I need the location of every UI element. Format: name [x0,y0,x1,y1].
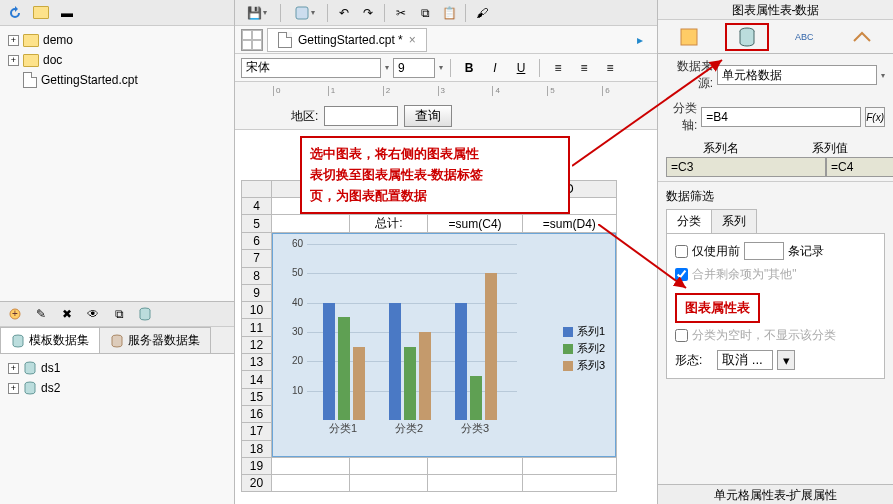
filter-tab-category[interactable]: 分类 [666,209,712,233]
ds-item-ds1[interactable]: +ds1 [4,358,230,378]
data-source-input[interactable] [717,65,877,85]
chart[interactable]: 102030405060分类1分类2分类3 系列1系列2系列3 [272,233,616,457]
rp-tab-data[interactable] [725,23,769,51]
row-header[interactable]: 14 [242,371,272,388]
param-input[interactable] [324,106,398,126]
expand-icon[interactable]: + [8,55,19,66]
align-right-btn[interactable]: ≡ [599,57,621,79]
category-axis-label: 分类轴: [666,100,697,134]
format-painter-btn[interactable]: 🖌 [471,2,493,24]
only-top-input[interactable] [744,242,784,260]
bottom-panel-title[interactable]: 单元格属性表-扩展属性 [658,484,893,504]
file-label: GettingStarted.cpt [41,73,138,87]
file-tree[interactable]: +demo +doc GettingStarted.cpt [0,26,234,301]
query-btn[interactable]: 查询 [404,105,452,127]
row-header[interactable]: 10 [242,302,272,319]
data-source-label: 数据来源: [666,58,713,92]
only-top-checkbox[interactable] [675,245,688,258]
ds-copy-btn[interactable]: ⧉ [108,303,130,325]
category-axis-input[interactable] [701,107,861,127]
redo-btn[interactable]: ↷ [357,2,379,24]
tree-file-gettingstarted[interactable]: GettingStarted.cpt [4,70,230,90]
fx-btn[interactable]: F(x) [865,107,885,127]
tree-folder-doc[interactable]: +doc [4,50,230,70]
file-icon [278,32,292,48]
dataset-list: +ds1 +ds2 [0,354,234,402]
save-btn[interactable]: 💾▾ [239,2,275,24]
view-toggle[interactable] [241,29,263,51]
row-header[interactable]: 7 [242,250,272,267]
tab-template-ds[interactable]: 模板数据集 [0,327,100,353]
chart-cell[interactable]: 102030405060分类1分类2分类3 系列1系列2系列3 [272,233,617,458]
ds-preview-btn[interactable]: 👁 [82,303,104,325]
tab-server-ds[interactable]: 服务器数据集 [99,327,211,353]
row-header[interactable]: 4 [242,198,272,215]
undo-btn[interactable]: ↶ [333,2,355,24]
series-value-input[interactable] [826,157,893,177]
overflow-btn[interactable]: ▸ [629,29,651,51]
dropdown-icon[interactable]: ▾ [439,63,443,72]
row-header[interactable]: 8 [242,267,272,284]
panel-title: 图表属性表-数据 [658,0,893,20]
row-header[interactable]: 13 [242,354,272,371]
cell[interactable]: 总计: [350,215,428,233]
filter-section-title: 数据筛选 [658,181,893,207]
ds-del-btn[interactable]: ✖ [56,303,78,325]
bar [338,317,350,420]
ds-db-btn[interactable] [134,303,156,325]
align-left-btn[interactable]: ≡ [547,57,569,79]
shape-dropdown-btn[interactable]: ▾ [777,350,795,370]
row-header[interactable]: 11 [242,319,272,336]
dropdown-icon[interactable]: ▾ [881,71,885,80]
row-header[interactable]: 18 [242,440,272,457]
rp-tab-special[interactable] [840,23,884,51]
filter-tab-series[interactable]: 系列 [711,209,757,233]
expand-icon[interactable]: + [8,35,19,46]
tab-label: 模板数据集 [29,332,89,349]
dropdown-icon[interactable]: ▾ [385,63,389,72]
ds-label: ds2 [41,381,60,395]
underline-btn[interactable]: U [510,57,532,79]
file-tab[interactable]: GettingStarted.cpt * × [267,28,427,52]
ds-edit-btn[interactable]: ✎ [30,303,52,325]
ds-add-btn[interactable]: + [4,303,26,325]
font-size-select[interactable] [393,58,435,78]
spreadsheet[interactable]: ABCD 4 5总计:=sum(C4)=sum(D4) 6 1020304050… [241,180,617,492]
refresh-btn[interactable] [4,2,26,24]
open-folder-btn[interactable] [30,2,52,24]
cut-btn[interactable]: ✂ [390,2,412,24]
tree-folder-demo[interactable]: +demo [4,30,230,50]
row-header[interactable]: 15 [242,388,272,405]
merge-other-checkbox[interactable] [675,268,688,281]
row-header[interactable]: 5 [242,215,272,233]
row-header[interactable]: 16 [242,405,272,422]
hide-empty-checkbox[interactable] [675,329,688,342]
expand-icon[interactable]: + [8,363,19,374]
collapse-btn[interactable]: ▬ [56,2,78,24]
italic-btn[interactable]: I [484,57,506,79]
row-header[interactable]: 20 [242,475,272,492]
rp-tab-style[interactable] [667,23,711,51]
row-header[interactable]: 17 [242,423,272,440]
cell[interactable]: =sum(C4) [428,215,522,233]
paste-btn[interactable]: 📋 [438,2,460,24]
cell[interactable]: =sum(D4) [522,215,616,233]
bold-btn[interactable]: B [458,57,480,79]
align-center-btn[interactable]: ≡ [573,57,595,79]
copy-btn[interactable]: ⧉ [414,2,436,24]
close-tab-btn[interactable]: × [409,33,416,47]
row-header[interactable]: 12 [242,336,272,353]
row-header[interactable]: 19 [242,458,272,475]
folder-label: demo [43,33,73,47]
shape-input[interactable] [717,350,773,370]
font-name-select[interactable] [241,58,381,78]
rp-tab-text[interactable]: ABC [782,23,826,51]
file-tab-label: GettingStarted.cpt * [298,33,403,47]
series-name-input[interactable] [666,157,826,177]
merge-other-label: 合并剩余项为"其他" [692,266,797,283]
preview-btn[interactable]: ▾ [286,2,322,24]
row-header[interactable]: 6 [242,233,272,250]
row-header[interactable]: 9 [242,284,272,301]
ds-item-ds2[interactable]: +ds2 [4,378,230,398]
expand-icon[interactable]: + [8,383,19,394]
